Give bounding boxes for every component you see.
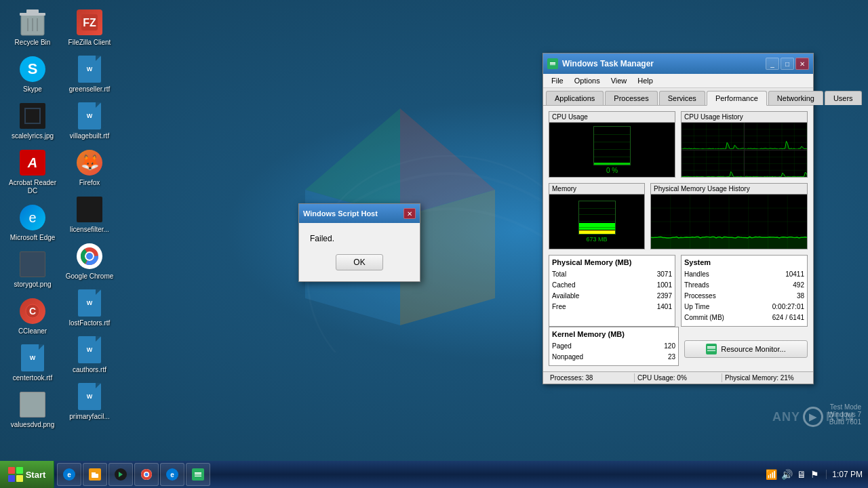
taskbar-item-ie[interactable]: e [57, 463, 81, 486]
kernel-row: Kernel Memory (MB) Paged 120 Nonpaged 23 [549, 327, 808, 366]
taskbar-item-task-manager[interactable] [186, 463, 210, 486]
desktop-icon-cauthors[interactable]: W cauthors.rtf [62, 333, 117, 377]
volume-icon[interactable]: 🔊 [781, 469, 793, 480]
options-menu[interactable]: Options [569, 75, 606, 86]
taskbar-item-media[interactable] [108, 463, 133, 486]
desktop-icon-lostfactors[interactable]: W lostFactors.rtf [62, 286, 117, 330]
desktop-icon-licensefilter[interactable]: licensefilter... [62, 192, 117, 237]
svg-rect-8 [26, 109, 39, 123]
task-manager-statusbar: Processes: 38 CPU Usage: 0% Physical Mem… [543, 371, 813, 384]
clock[interactable]: 1:07 PM [826, 470, 868, 479]
desktop-icon-scalelyrics[interactable]: scalelyrics.jpg [5, 99, 60, 143]
nonpaged-value: 23 [668, 352, 675, 363]
task-manager-titlebar[interactable]: Windows Task Manager _ □ ✕ [543, 54, 813, 74]
firefox-label: Firefox [79, 179, 100, 187]
tab-networking[interactable]: Networking [768, 91, 823, 105]
resource-monitor-button[interactable]: Resource Monitor... [684, 340, 808, 358]
memory-graph: 673 MB [549, 195, 644, 249]
paged-value: 120 [664, 341, 675, 352]
cpu-usage-status: CPU Usage: 0% [635, 373, 722, 382]
filezilla-label: FileZilla Client [68, 39, 111, 47]
processes-status: Processes: 38 [547, 373, 635, 382]
edge-icon: e [18, 203, 47, 232]
desktop-icon-skype[interactable]: S Skype [5, 52, 60, 96]
test-mode-line3: Build 7601 [828, 418, 861, 426]
desktop-icon-edge[interactable]: e Microsoft Edge [5, 201, 60, 245]
tab-performance[interactable]: Performance [707, 91, 767, 106]
desktop-icon-greenseller[interactable]: W greenseller.rtf [62, 52, 117, 96]
network-icon[interactable]: 📶 [766, 469, 777, 480]
minimize-button[interactable]: _ [766, 58, 779, 70]
file-menu[interactable]: File [546, 75, 569, 86]
lostfactors-icon: W [75, 289, 104, 317]
svg-rect-27 [16, 467, 23, 474]
desktop-icon-centertook[interactable]: W centertook.rtf [5, 341, 60, 385]
filezilla-icon: FZ [75, 8, 104, 37]
nonpaged-stat: Nonpaged 23 [552, 352, 675, 363]
desktop-icon-filezilla[interactable]: FZ FileZilla Client [62, 5, 117, 49]
display-icon[interactable]: 🖥 [797, 469, 806, 480]
cpu-graphs-row: CPU Usage 0 % [549, 111, 808, 178]
tab-applications[interactable]: Applications [546, 91, 604, 105]
taskbar-item-explorer[interactable] [83, 463, 107, 486]
task-manager-content: CPU Usage 0 % [543, 106, 813, 371]
nonpaged-label: Nonpaged [552, 352, 583, 363]
dialog-ok-button[interactable]: OK [336, 254, 383, 270]
tab-users[interactable]: Users [825, 91, 862, 105]
dialog-close-button[interactable]: ✕ [403, 208, 416, 219]
free-label: Free [552, 302, 566, 312]
time-text: 1:07 PM [832, 470, 863, 479]
dialog-titlebar[interactable]: Windows Script Host ✕ [299, 204, 420, 223]
task-manager-tabs: Applications Processes Services Performa… [543, 88, 813, 106]
close-button[interactable]: ✕ [795, 58, 809, 70]
tab-services[interactable]: Services [659, 91, 705, 105]
commit-stat: Commit (MB) 624 / 6141 [684, 312, 804, 323]
svg-rect-39 [195, 472, 201, 474]
total-label: Total [552, 269, 566, 280]
action-center-icon[interactable]: ⚑ [810, 469, 819, 480]
physical-memory-stats: Physical Memory (MB) Total 3071 Cached 1… [549, 255, 675, 327]
start-button[interactable]: Start [0, 461, 54, 488]
view-menu[interactable]: View [606, 75, 633, 86]
desktop-icon-recycle-bin[interactable]: Recycle Bin [5, 5, 60, 49]
memory-value-label: 673 MB [586, 236, 607, 243]
desktop-icon-firefox[interactable]: 🦊 Firefox [62, 146, 117, 190]
taskbar-item-ie2[interactable]: e [160, 463, 184, 486]
dialog-window: Windows Script Host ✕ Failed. OK [298, 203, 420, 282]
desktop-icon-villagebuilt[interactable]: W villagebuilt.rtf [62, 99, 117, 143]
desktop-icon-valuesdvd[interactable]: valuesdvd.png [5, 388, 60, 432]
desktop-icon-ccleaner[interactable]: C CCleaner [5, 294, 60, 338]
task-manager-controls: _ □ ✕ [766, 58, 809, 70]
tab-processes[interactable]: Processes [605, 91, 657, 105]
chrome-taskbar-icon [140, 468, 153, 481]
help-menu[interactable]: Help [632, 75, 658, 86]
test-mode-line2: Windows 7 [828, 411, 861, 418]
svg-rect-20 [550, 62, 555, 64]
resource-monitor-area: Resource Monitor... [684, 327, 808, 366]
memory-graphs-row: Memory 673 MB [549, 183, 808, 249]
svg-rect-26 [8, 467, 15, 474]
cpu-usage-history-title: CPU Usage History [682, 112, 807, 123]
uptime-stat: Up Time 0:00:27:01 [684, 302, 804, 312]
desktop-icon-storygot[interactable]: storygot.png [5, 247, 60, 291]
cpu-percent-label: 0 % [606, 167, 618, 174]
svg-rect-23 [707, 346, 715, 348]
recycle-bin-label: Recycle Bin [15, 39, 51, 47]
uptime-label: Up Time [684, 302, 709, 312]
ccleaner-label: CCleaner [18, 327, 47, 336]
maximize-button[interactable]: □ [781, 58, 794, 70]
svg-rect-29 [16, 475, 23, 482]
scalelyrics-label: scalelyrics.jpg [12, 132, 54, 140]
desktop: Recycle Bin S Skype scalelyrics.jpg A Ac… [0, 0, 868, 461]
centertook-icon: W [18, 344, 47, 372]
desktop-icon-acrobat[interactable]: A Acrobat Reader DC [5, 146, 60, 198]
villagebuilt-label: villagebuilt.rtf [70, 132, 109, 140]
desktop-icon-chrome[interactable]: Google Chrome [62, 239, 117, 283]
threads-value: 492 [793, 280, 804, 291]
system-tray: 📶 🔊 🖥 ⚑ [759, 469, 826, 480]
taskbar-item-chrome[interactable] [134, 463, 159, 486]
svg-marker-33 [119, 472, 123, 477]
explorer-icon [89, 468, 101, 481]
desktop-icon-primaryfacil[interactable]: W primaryfacil... [62, 380, 117, 424]
media-player-icon [115, 468, 127, 481]
